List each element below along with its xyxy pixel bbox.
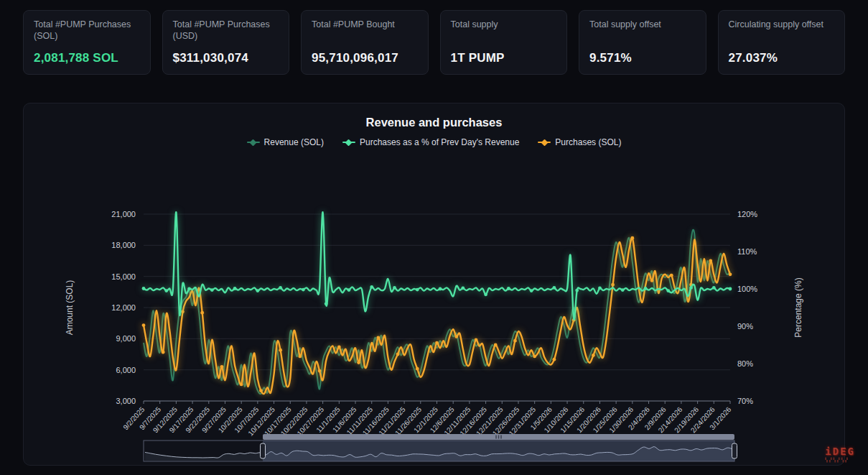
legend-marker-purchases-icon	[538, 139, 551, 145]
revenue-purchases-panel: Revenue and purchases Revenue (SOL) Purc…	[23, 103, 845, 466]
navigator-handle-left[interactable]	[261, 443, 266, 458]
x-axis-labels: 9/2/20259/7/20259/12/20259/17/20259/22/2…	[121, 401, 733, 438]
svg-text:15,000: 15,000	[111, 272, 136, 281]
stat-label: Total supply	[451, 19, 557, 31]
navigator-handle-right[interactable]	[732, 443, 737, 458]
stat-card-total-supply-offset: Total supply offset 9.571%	[579, 10, 706, 75]
svg-text:3,000: 3,000	[116, 397, 136, 405]
left-axis-ticks: 21,00018,00015,00012,0009,0006,0003,000	[111, 210, 136, 405]
stats-row: Total #PUMP Purchases (SOL) 2,081,788 SO…	[0, 0, 868, 75]
legend-label: Purchases as a % of Prev Day's Revenue	[360, 137, 519, 147]
legend-label: Purchases (SOL)	[555, 137, 621, 147]
right-axis-ticks: 120%110%100%90%80%70%	[737, 210, 757, 405]
svg-text:120%: 120%	[737, 210, 757, 218]
svg-text:80%: 80%	[737, 359, 753, 368]
stat-card-purchases-usd: Total #PUMP Purchases (USD) $311,030,074	[162, 10, 290, 75]
stat-value: 1T PUMP	[451, 51, 557, 65]
stat-card-total-supply: Total supply 1T PUMP	[440, 10, 568, 75]
right-axis-title: Percentage (%)	[793, 277, 803, 337]
stat-value: 95,710,096,017	[312, 51, 418, 65]
gridlines	[144, 214, 730, 401]
legend-label: Revenue (SOL)	[264, 137, 324, 147]
stat-value: 9.571%	[589, 51, 696, 65]
svg-text:9,000: 9,000	[116, 334, 136, 343]
legend-marker-revenue-icon	[247, 139, 260, 145]
chart-title: Revenue and purchases	[24, 116, 844, 129]
svg-text:21,000: 21,000	[111, 210, 136, 218]
legend-item-revenue[interactable]: Revenue (SOL)	[247, 137, 324, 147]
revenue-line	[144, 230, 730, 394]
svg-text:100%: 100%	[737, 285, 757, 293]
navigator[interactable]	[144, 434, 737, 461]
purchases-line	[142, 236, 732, 394]
svg-text:110%: 110%	[737, 247, 757, 256]
legend-item-purchases-pct[interactable]: Purchases as a % of Prev Day's Revenue	[342, 137, 519, 147]
svg-text:12,000: 12,000	[111, 303, 136, 312]
chart-legend: Revenue (SOL) Purchases as a % of Prev D…	[24, 137, 844, 147]
stat-card-circulating-supply-offset: Circulating supply offset 27.037%	[718, 10, 846, 75]
legend-item-purchases-sol[interactable]: Purchases (SOL)	[538, 137, 621, 147]
svg-text:70%: 70%	[737, 397, 753, 405]
stat-label: Circulating supply offset	[729, 19, 835, 31]
legend-marker-pct-icon	[342, 139, 355, 145]
stat-label: Total supply offset	[589, 19, 696, 31]
svg-text:6,000: 6,000	[116, 366, 136, 374]
stat-value: $311,030,074	[173, 51, 279, 65]
purchases-pct-line	[142, 212, 732, 319]
left-axis-title: Amount (SOL)	[65, 280, 75, 336]
stat-card-pump-bought: Total #PUMP Bought 95,710,096,017	[301, 10, 429, 75]
stat-label: Total #PUMP Purchases (SOL)	[34, 19, 140, 42]
stat-label: Total #PUMP Bought	[312, 19, 418, 31]
svg-text:90%: 90%	[737, 322, 753, 331]
stat-value: 27.037%	[729, 51, 835, 65]
chart-canvas[interactable]: 21,00018,00015,00012,0009,0006,0003,0001…	[24, 160, 846, 466]
stat-label: Total #PUMP Purchases (USD)	[173, 19, 279, 42]
svg-text:18,000: 18,000	[111, 241, 136, 249]
stat-card-purchases-sol: Total #PUMP Purchases (SOL) 2,081,788 SO…	[23, 10, 151, 75]
navigator-selection[interactable]	[263, 441, 734, 461]
stat-value: 2,081,788 SOL	[34, 51, 140, 65]
